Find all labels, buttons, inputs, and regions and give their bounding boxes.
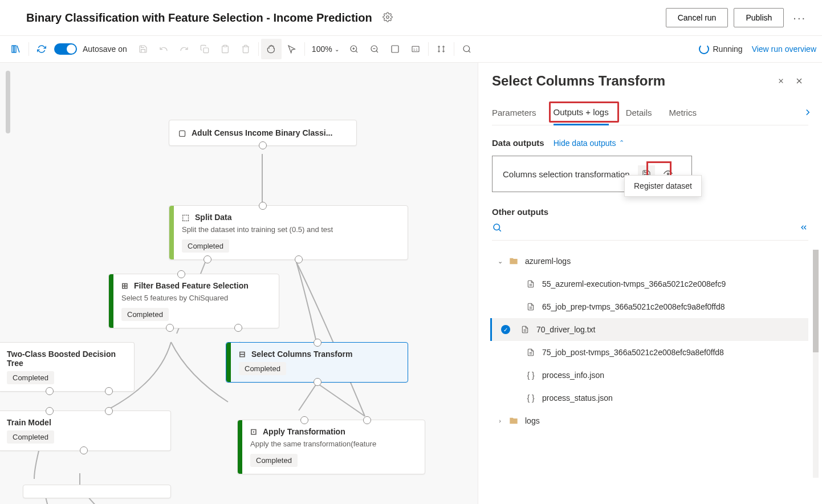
pan-icon[interactable]: [261, 39, 282, 59]
input-port[interactable]: [314, 339, 322, 347]
library-icon[interactable]: [6, 39, 26, 59]
pipeline-canvas[interactable]: ▢Adult Census Income Binary Classi... ⬚S…: [0, 63, 478, 504]
more-icon[interactable]: ···: [793, 11, 806, 25]
status-badge: Completed: [239, 362, 286, 375]
data-outputs-label: Data outputs: [492, 138, 544, 148]
search-icon[interactable]: [457, 39, 477, 59]
node-split-data[interactable]: ⬚Split Data Split the dataset into train…: [169, 205, 408, 260]
status-badge: Completed: [7, 371, 54, 384]
tab-details[interactable]: Details: [626, 101, 652, 124]
tab-outputs-logs[interactable]: Outputs + logs: [554, 100, 609, 125]
node-apply-transformation[interactable]: ⊡Apply Transformation Apply the same tra…: [237, 420, 425, 474]
zoom-dropdown[interactable]: 100%⌄: [312, 44, 339, 54]
chevron-right-icon: ›: [495, 417, 504, 424]
output-port[interactable]: [166, 324, 174, 332]
output-port[interactable]: [105, 387, 113, 395]
chevron-down-icon: ⌄: [495, 258, 504, 265]
node-partial[interactable]: [23, 485, 171, 498]
canvas-scrollbar[interactable]: [6, 71, 10, 133]
transform-icon: ⊡: [250, 427, 257, 436]
tree-label: 75_job_post-tvmps_366a5021c2e008efc9a8ef…: [542, 348, 724, 357]
node-dataset[interactable]: ▢Adult Census Income Binary Classi...: [169, 120, 357, 146]
svg-text:1:1: 1:1: [413, 48, 417, 51]
tabs-scroll-right-icon[interactable]: [803, 107, 813, 119]
tree-label: 65_job_prep-tvmps_366a5021c2e008efc9a8ef…: [542, 302, 725, 311]
details-panel: Select Columns Transform Parameters Outp…: [478, 63, 822, 504]
output-port[interactable]: [259, 141, 267, 149]
output-port[interactable]: [295, 255, 303, 263]
input-port[interactable]: [105, 407, 113, 415]
node-title: Adult Census Income Binary Classi...: [192, 128, 332, 137]
autoformat-icon[interactable]: [431, 39, 451, 59]
folder-icon: [508, 416, 519, 425]
paste-icon[interactable]: [215, 39, 235, 59]
save-icon[interactable]: [133, 39, 153, 59]
tree-label: azureml-logs: [525, 257, 571, 266]
cancel-run-button[interactable]: Cancel run: [666, 8, 729, 27]
output-port[interactable]: [314, 378, 322, 386]
fit-icon[interactable]: [385, 39, 405, 59]
input-port[interactable]: [363, 416, 371, 424]
tree-folder[interactable]: › logs: [492, 409, 808, 432]
svg-point-0: [386, 15, 389, 18]
collapse-icon[interactable]: [799, 223, 808, 234]
svg-line-21: [499, 229, 500, 231]
tab-parameters[interactable]: Parameters: [492, 101, 536, 124]
undo-icon[interactable]: [153, 39, 174, 59]
actual-size-icon[interactable]: 1:1: [405, 39, 426, 59]
tree-file[interactable]: { } process_info.json: [492, 364, 808, 387]
tree-file[interactable]: 65_job_prep-tvmps_366a5021c2e008efc9a8ef…: [492, 295, 808, 318]
node-filter-feature-selection[interactable]: ⊞Filter Based Feature Selection Select 5…: [108, 274, 279, 328]
output-port[interactable]: [80, 446, 88, 454]
zoom-out-icon[interactable]: [364, 39, 385, 59]
view-run-overview-link[interactable]: View run overview: [752, 44, 816, 54]
settings-icon[interactable]: [382, 12, 393, 24]
input-port[interactable]: [259, 202, 267, 210]
node-select-columns-transform[interactable]: ⊟Select Columns Transform Completed: [226, 342, 408, 383]
output-port[interactable]: [204, 255, 211, 263]
output-port[interactable]: [46, 387, 54, 395]
search-icon[interactable]: [492, 222, 502, 234]
running-spinner-icon: [699, 44, 709, 54]
filter-icon: ⊞: [121, 281, 128, 290]
toolbar: Autosave on 100%⌄ 1:1 Running View run o…: [0, 35, 822, 63]
copy-icon[interactable]: [194, 39, 215, 59]
publish-button[interactable]: Publish: [734, 8, 784, 27]
braces-icon: { }: [525, 393, 536, 403]
tooltip: Register dataset: [624, 175, 702, 197]
node-train-model[interactable]: Train Model Completed: [0, 410, 171, 451]
status-badge: Completed: [121, 308, 169, 321]
tree-label: 55_azureml-execution-tvmps_366a5021c2e00…: [542, 279, 726, 288]
node-two-class-boosted[interactable]: Two-Class Boosted Decision Tree Complete…: [0, 342, 135, 392]
input-port[interactable]: [46, 407, 54, 415]
input-port[interactable]: [300, 416, 308, 424]
node-description: Split the dataset into training set (0.5…: [169, 225, 408, 239]
tree-scrollbar[interactable]: [813, 250, 819, 478]
running-label: Running: [713, 44, 742, 54]
svg-rect-2: [14, 46, 16, 52]
output-port[interactable]: [234, 324, 242, 332]
tab-metrics[interactable]: Metrics: [669, 101, 697, 124]
close-icon[interactable]: [790, 72, 808, 90]
zoom-in-icon[interactable]: [344, 39, 364, 59]
svg-rect-12: [392, 46, 398, 52]
file-icon: [519, 326, 531, 334]
node-description: Select 5 features by ChiSquared: [109, 294, 279, 308]
pointer-icon[interactable]: [282, 39, 302, 59]
node-title: Two-Class Boosted Decision Tree: [7, 349, 126, 368]
refresh-icon[interactable]: [31, 39, 52, 59]
redo-icon[interactable]: [174, 39, 194, 59]
tree-file[interactable]: 55_azureml-execution-tvmps_366a5021c2e00…: [492, 273, 808, 295]
hide-data-outputs-link[interactable]: Hide data outputs⌃: [554, 139, 625, 148]
delete-icon[interactable]: [235, 39, 256, 59]
tree-file[interactable]: { } process_status.json: [492, 387, 808, 409]
tree-file-selected[interactable]: ✓ 70_driver_log.txt: [490, 318, 808, 341]
tree-label: 70_driver_log.txt: [536, 325, 596, 334]
autosave-toggle[interactable]: [54, 43, 77, 55]
braces-icon: { }: [525, 371, 536, 380]
tree-folder[interactable]: ⌄ azureml-logs: [492, 250, 808, 273]
node-title: Split Data: [195, 213, 232, 222]
input-port[interactable]: [177, 270, 185, 278]
expand-icon[interactable]: [772, 72, 790, 90]
tree-file[interactable]: 75_job_post-tvmps_366a5021c2e008efc9a8ef…: [492, 341, 808, 364]
